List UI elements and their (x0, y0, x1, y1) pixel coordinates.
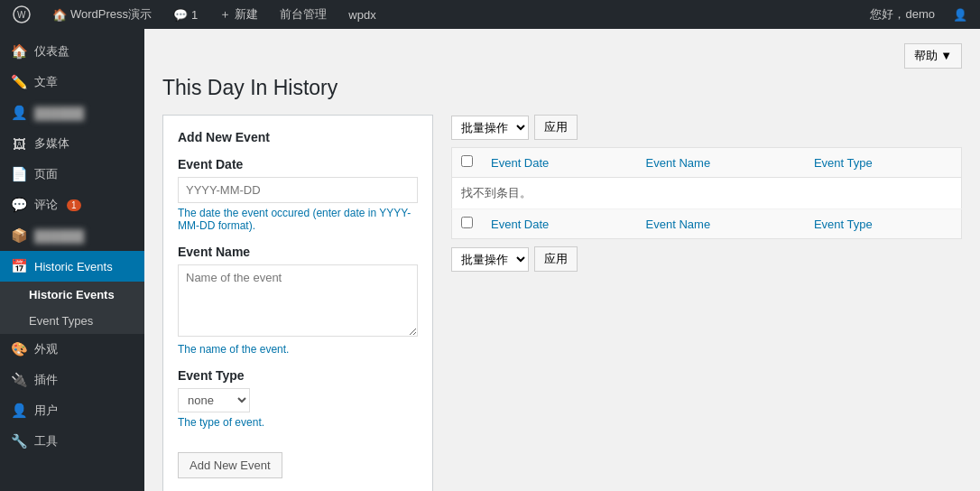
site-name-button[interactable]: 🏠 WordPress演示 (47, 0, 157, 29)
content-wrap: Add New Event Event Date The date the ev… (162, 115, 962, 491)
table-header-row: Event Date Event Name Event Type (452, 148, 962, 178)
select-all-checkbox[interactable] (461, 155, 473, 167)
event-date-input[interactable] (178, 177, 418, 203)
sidebar-item-users[interactable]: 👤 用户 (0, 395, 144, 426)
bulk-action-bottom-select[interactable]: 批量操作 (451, 247, 529, 272)
bottom-toolbar: 批量操作 应用 (451, 246, 962, 272)
event-name-textarea[interactable] (178, 264, 418, 337)
help-button[interactable]: 帮助 ▼ (904, 43, 962, 69)
top-toolbar: 批量操作 应用 (451, 115, 962, 140)
sidebar-item-posts[interactable]: ✏️ 文章 (0, 67, 144, 97)
sidebar-item-media[interactable]: 🖼 多媒体 (0, 128, 144, 159)
apply-top-button[interactable]: 应用 (534, 115, 578, 140)
form-heading: Add New Event (178, 130, 418, 144)
event-date-footer-header[interactable]: Event Date (482, 209, 637, 239)
sidebar-item-blurred2[interactable]: 📦 ██████ (0, 220, 144, 251)
event-name-footer-header[interactable]: Event Name (637, 209, 805, 239)
form-panel: Add New Event Event Date The date the ev… (162, 115, 433, 491)
event-name-group: Event Name The name of the event. (178, 245, 418, 356)
users-icon: 👤 (11, 403, 27, 419)
event-name-header[interactable]: Event Name (637, 148, 805, 178)
historic-events-icon: 📅 (11, 258, 27, 274)
event-date-hint: The date the event occured (enter date i… (178, 207, 418, 232)
event-type-group: Event Type none The type of event. (178, 368, 418, 429)
admin-bar: W 🏠 WordPress演示 💬 1 ＋ 新建 前台管理 wpdx 您好，de… (0, 0, 980, 29)
blurred2-icon: 📦 (11, 227, 27, 244)
sidebar-item-dashboard[interactable]: 🏠 仪表盘 (0, 36, 144, 67)
event-name-hint: The name of the event. (178, 343, 418, 356)
pages-icon: 📄 (11, 166, 27, 182)
event-date-group: Event Date The date the event occured (e… (178, 157, 418, 232)
event-type-select[interactable]: none (178, 388, 250, 412)
svg-text:W: W (17, 10, 26, 20)
event-type-label: Event Type (178, 368, 418, 383)
comments-icon: 💬 (11, 197, 27, 213)
event-type-hint: The type of event. (178, 416, 418, 429)
comments-button[interactable]: 💬 1 (168, 0, 203, 29)
sidebar-item-appearance[interactable]: 🎨 外观 (0, 334, 144, 365)
select-all-footer-header (452, 209, 483, 239)
sidebar-item-blurred1[interactable]: 👤 ██████ (0, 97, 144, 128)
sidebar-item-pages[interactable]: 📄 页面 (0, 159, 144, 190)
bulk-action-top-select[interactable]: 批量操作 (451, 116, 529, 140)
page-title: This Day In History (162, 76, 962, 100)
sidebar-item-tools[interactable]: 🔧 工具 (0, 426, 144, 457)
sidebar-item-comments[interactable]: 💬 评论 1 (0, 190, 144, 220)
posts-icon: ✏️ (11, 74, 27, 90)
media-icon: 🖼 (11, 136, 27, 152)
appearance-icon: 🎨 (11, 341, 27, 357)
sidebar: 🏠 仪表盘 ✏️ 文章 👤 ██████ 🖼 多媒体 📄 页面 💬 评论 1 📦… (0, 29, 144, 491)
layout: 🏠 仪表盘 ✏️ 文章 👤 ██████ 🖼 多媒体 📄 页面 💬 评论 1 📦… (0, 29, 980, 491)
help-area: 帮助 ▼ (162, 43, 962, 69)
events-table: Event Date Event Name Event Type 找不到条目。 (451, 147, 962, 239)
event-type-footer-header[interactable]: Event Type (805, 209, 962, 239)
user-greeting: 您好，demo (864, 0, 940, 29)
plugins-icon: 🔌 (11, 372, 27, 388)
event-date-header[interactable]: Event Date (482, 148, 637, 178)
frontend-button[interactable]: 前台管理 (274, 0, 332, 29)
event-name-label: Event Name (178, 245, 418, 259)
tools-icon: 🔧 (11, 433, 27, 449)
sidebar-subitem-historic-events[interactable]: Historic Events (0, 282, 144, 308)
table-panel: 批量操作 应用 Event Date Event Name Event Ty (451, 115, 962, 491)
add-event-button[interactable]: Add New Event (178, 452, 282, 478)
sidebar-item-plugins[interactable]: 🔌 插件 (0, 365, 144, 395)
sidebar-item-historic-events[interactable]: 📅 Historic Events (0, 251, 144, 282)
table-footer-row: Event Date Event Name Event Type (452, 209, 962, 239)
comments-badge: 1 (67, 199, 81, 211)
plugin-button[interactable]: wpdx (343, 0, 381, 29)
apply-bottom-button[interactable]: 应用 (534, 246, 578, 272)
event-type-header[interactable]: Event Type (805, 148, 962, 178)
select-all-footer-checkbox[interactable] (461, 217, 473, 228)
event-date-label: Event Date (178, 157, 418, 171)
dashboard-icon: 🏠 (11, 43, 27, 60)
no-items-row: 找不到条目。 (452, 178, 962, 209)
sidebar-sub-historic: Historic Events Event Types (0, 282, 144, 334)
wp-logo-button[interactable]: W (7, 0, 36, 29)
select-all-header (452, 148, 483, 178)
user-avatar[interactable]: 👤 (948, 0, 973, 29)
blurred1-icon: 👤 (11, 105, 27, 121)
main-content: 帮助 ▼ This Day In History Add New Event E… (144, 29, 980, 491)
no-items-text: 找不到条目。 (452, 178, 962, 209)
sidebar-subitem-event-types[interactable]: Event Types (0, 308, 144, 334)
admin-bar-right: 您好，demo 👤 (864, 0, 973, 29)
new-content-button[interactable]: ＋ 新建 (214, 0, 263, 29)
